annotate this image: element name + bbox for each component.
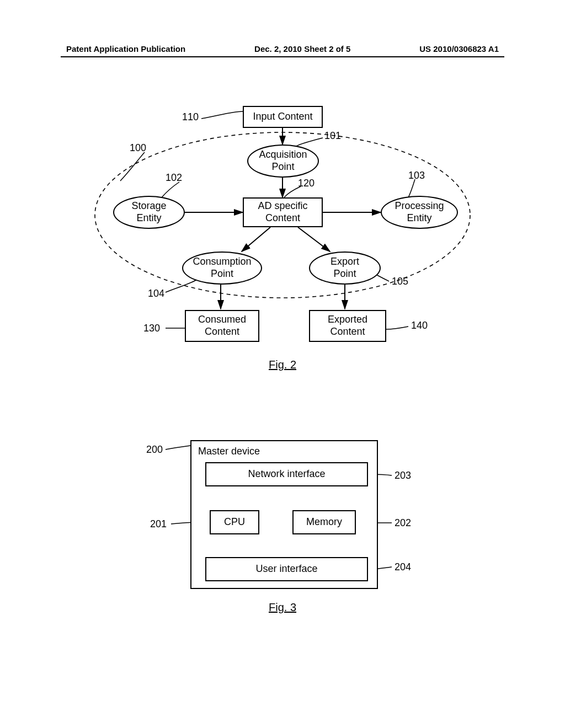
processing-entity-ellipse: Processing Entity <box>381 196 458 229</box>
consumption-point-ellipse: Consumption Point <box>182 251 262 285</box>
ref-110: 110 <box>182 111 199 123</box>
ref-105: 105 <box>392 276 408 287</box>
ad-specific-box: AD specific Content <box>243 197 323 227</box>
ref-200: 200 <box>146 444 163 456</box>
input-content-label: Input Content <box>253 111 312 123</box>
memory-label: Memory <box>306 516 342 528</box>
svg-line-6 <box>298 227 330 251</box>
user-interface-box: User interface <box>205 557 368 581</box>
figure-2: Input Content Acquisition Point Storage … <box>0 99 565 397</box>
storage-entity-label: Storage Entity <box>131 200 166 224</box>
network-interface-box: Network interface <box>205 462 368 486</box>
acquisition-point-ellipse: Acquisition Point <box>247 144 319 178</box>
storage-entity-ellipse: Storage Entity <box>113 196 185 229</box>
header-rule <box>61 56 504 57</box>
master-device-label: Master device <box>198 446 260 458</box>
page-header: Patent Application Publication Dec. 2, 2… <box>0 44 565 53</box>
fig3-caption: Fig. 3 <box>269 601 296 614</box>
ref-201: 201 <box>150 518 167 530</box>
fig2-overlay <box>0 99 565 397</box>
header-left: Patent Application Publication <box>66 44 185 53</box>
ref-103: 103 <box>408 170 425 181</box>
user-interface-label: User interface <box>255 563 317 575</box>
consumption-point-label: Consumption Point <box>193 256 251 280</box>
header-center: Dec. 2, 2010 Sheet 2 of 5 <box>254 44 350 53</box>
ref-102: 102 <box>166 172 182 184</box>
ref-203: 203 <box>395 470 411 481</box>
export-point-label: Export Point <box>331 256 359 280</box>
ref-101: 101 <box>324 130 341 142</box>
network-interface-label: Network interface <box>248 468 325 480</box>
ref-140: 140 <box>411 320 428 331</box>
ref-120: 120 <box>298 178 315 189</box>
ref-104: 104 <box>148 288 164 299</box>
acquisition-point-label: Acquisition Point <box>259 149 307 173</box>
cpu-label: CPU <box>224 516 245 528</box>
input-content-box: Input Content <box>243 106 323 128</box>
fig2-caption: Fig. 2 <box>269 358 296 371</box>
header-right: US 2010/0306823 A1 <box>419 44 499 53</box>
figure-3: Master device Network interface CPU Memo… <box>0 425 565 634</box>
ref-130: 130 <box>143 323 160 334</box>
svg-line-5 <box>242 227 270 251</box>
consumed-content-label: Consumed Content <box>198 314 246 338</box>
memory-box: Memory <box>292 510 356 534</box>
export-point-ellipse: Export Point <box>309 251 381 285</box>
ref-202: 202 <box>395 517 411 529</box>
processing-entity-label: Processing Entity <box>395 200 444 224</box>
ad-specific-label: AD specific Content <box>258 200 307 224</box>
page: Patent Application Publication Dec. 2, 2… <box>0 0 565 728</box>
consumed-content-box: Consumed Content <box>185 310 259 342</box>
exported-content-box: Exported Content <box>309 310 386 342</box>
cpu-box: CPU <box>210 510 259 534</box>
ref-204: 204 <box>395 561 411 573</box>
ref-100: 100 <box>130 142 146 154</box>
exported-content-label: Exported Content <box>328 314 367 338</box>
